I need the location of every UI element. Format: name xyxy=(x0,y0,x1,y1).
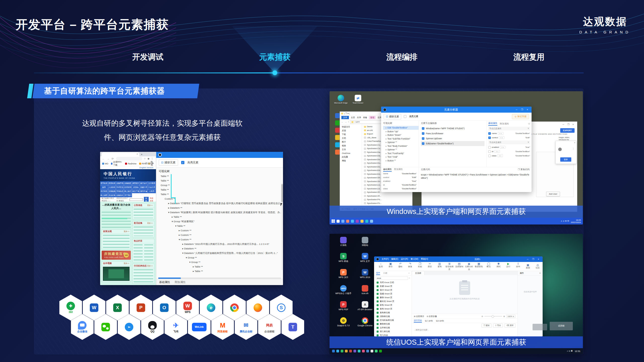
match-mode-select[interactable]: ≡ ∨ xyxy=(498,132,503,135)
sidebar-item[interactable]: 文档 xyxy=(340,136,362,140)
tab-basic-props[interactable]: 基础属性 xyxy=(488,122,497,126)
toolbar-button[interactable]: ◎社区 xyxy=(533,263,542,269)
tab-basic-props[interactable]: 基础属性 xyxy=(383,168,392,172)
tree-node[interactable]: ▾ Custom ** xyxy=(156,237,283,242)
tab-extra-props[interactable]: 附加属性 xyxy=(394,168,403,172)
more-link[interactable]: 更多>> xyxy=(124,262,129,265)
address-bar[interactable] xyxy=(116,157,142,160)
language-link[interactable]: English Version xyxy=(139,166,153,169)
file-row[interactable]: Syncfusion.Pri... xyxy=(362,202,412,205)
desktop-icon[interactable] xyxy=(335,142,340,147)
bookmark-item[interactable]: Redmine xyxy=(125,162,136,165)
taskbar-app-icon[interactable] xyxy=(332,350,335,352)
control-item[interactable]: 显示 Sheet 页 xyxy=(374,288,412,292)
match-mode-select[interactable]: ≡ ∨ xyxy=(499,136,504,139)
taskbar-clock[interactable]: 12:31 xyxy=(575,350,580,352)
log-action-button[interactable]: ⌫ 清空 xyxy=(504,324,515,328)
bank-nav-cell[interactable]: 反洗钱 xyxy=(132,185,140,189)
bookmark-item[interactable]: 达观RPA下载 xyxy=(111,161,123,167)
close-icon[interactable]: × xyxy=(574,142,575,144)
expand-arrow-icon[interactable]: ▸ xyxy=(386,152,387,155)
expand-arrow-icon[interactable]: ▸ xyxy=(386,148,387,151)
reading-list[interactable]: 阅读清单 xyxy=(145,162,154,165)
toolbar-button[interactable]: ✂剪切 xyxy=(425,262,434,271)
node-checkbox[interactable]: ✓ xyxy=(422,142,424,145)
taskbar-app-icon[interactable] xyxy=(370,220,373,223)
bank-nav-cell[interactable]: 征信管理 xyxy=(124,185,132,189)
window-controls[interactable]: ─ ❐ × xyxy=(562,123,575,126)
desktop-icon[interactable]: PWPS 演示 xyxy=(333,269,354,285)
tree-node[interactable]: ▸Button "Down" xyxy=(383,133,419,137)
taskbar-app-icon[interactable] xyxy=(375,350,378,352)
tab-close-icon[interactable]: × xyxy=(137,153,138,155)
control-item[interactable]: 关闭 Excel 文档 xyxy=(374,281,412,284)
tree-node[interactable]: Table ** xyxy=(156,192,283,197)
sidebar-item[interactable]: 下载 xyxy=(340,132,362,136)
bank-nav-cell[interactable]: 银行会计 xyxy=(140,181,148,185)
search-icon[interactable]: ⌕ xyxy=(409,277,410,279)
toolbar-button[interactable]: ✱调试 xyxy=(494,262,503,271)
desktop-icon[interactable]: WWPS 2019 xyxy=(354,269,376,285)
desktop-icon-edge[interactable]: Microsoft Edge xyxy=(334,95,348,104)
desktop-icon[interactable]: SWPS 表格 xyxy=(333,253,354,269)
bank-nav-cell[interactable]: 期刊年鉴 xyxy=(140,189,148,193)
desktop-icon[interactable]: Google Chrome xyxy=(354,317,376,333)
capture-element-button[interactable]: ⊡捕获元素 xyxy=(384,114,401,119)
tree-node[interactable]: ▸Text "SubTitle FontSize" xyxy=(383,137,419,141)
expand-all-button[interactable]: ⊞ 全部展开 xyxy=(414,315,424,318)
browser-tab[interactable]: × xyxy=(102,152,139,156)
tab-extra-props[interactable]: 附加属性 xyxy=(500,122,509,125)
bookmark-item[interactable]: MO xyxy=(102,162,108,165)
control-item[interactable]: 重命名 Sheet 页 xyxy=(374,299,412,303)
taskbar-app-icon[interactable] xyxy=(346,220,349,223)
toolbar-button[interactable]: ▣保存 xyxy=(386,262,395,271)
zoom-level[interactable]: 100% ∨ xyxy=(506,315,515,318)
expand-arrow-icon[interactable]: ▸ xyxy=(386,145,387,147)
toolbar-button[interactable]: ▶运行 xyxy=(504,262,513,271)
control-item[interactable]: 插入单元格 xyxy=(374,330,412,333)
desktop-icon-teamviewer[interactable]: ⇄TeamViewer xyxy=(351,95,365,104)
taskbar-app-icon[interactable] xyxy=(379,350,382,352)
bank-nav-cell[interactable]: 人员招录 xyxy=(108,185,116,189)
desktop-icon[interactable]: ⚙SoapUI 5.7.0 xyxy=(333,317,354,333)
menu-item[interactable]: 文件(F) xyxy=(382,258,389,261)
taskbar-app-icon[interactable] xyxy=(356,220,359,223)
log-tab[interactable]: 输出参数 xyxy=(436,320,444,322)
taskbar-app-icon[interactable] xyxy=(349,350,352,352)
sidebar-item[interactable]: 图片 xyxy=(340,140,362,144)
system-tray-icons[interactable]: ∧ ⊙ ✉ 中 xyxy=(561,220,569,222)
desktop-icon[interactable]: 计算机 xyxy=(333,237,354,253)
expand-arrow-icon[interactable]: ▸ xyxy=(386,141,387,144)
taskbar-app-icon[interactable] xyxy=(341,220,344,223)
menu-item[interactable]: 运行(R) xyxy=(401,258,408,261)
prop-checkbox[interactable] xyxy=(488,155,491,157)
bank-nav-cell[interactable]: 货币政策 xyxy=(100,181,108,185)
flow-tab[interactable]: 主流程 xyxy=(412,271,424,275)
tree-horizontal-scrollbar[interactable] xyxy=(158,278,281,279)
menu-item[interactable]: 帮助(H) xyxy=(421,258,428,261)
bank-nav-cell[interactable]: 市场动态 xyxy=(116,189,124,193)
more-link[interactable]: 更多>> xyxy=(147,265,153,267)
highlight-checkbox[interactable] xyxy=(404,115,407,118)
sidebar-item[interactable]: OneDrive xyxy=(340,151,362,155)
desktop-icon[interactable] xyxy=(335,150,340,155)
ribbon-tab-manage[interactable]: 管理 xyxy=(369,116,376,119)
login-button[interactable]: 登录 xyxy=(560,157,571,162)
start-button-icon[interactable] xyxy=(332,219,335,223)
tree-node[interactable]: ▾ DataItem "人民银行召开金融机构货币信贷形势... 中国人民银行公告… xyxy=(156,251,283,255)
prop-checkbox[interactable]: ✓ xyxy=(488,132,491,135)
bank-nav-cell[interactable]: 信贷政策 xyxy=(108,181,116,185)
zoom-out-icon[interactable]: ⊖ xyxy=(481,315,483,318)
expand-arrow-icon[interactable]: ▸ xyxy=(386,126,387,129)
copy-code-button[interactable]: ❐ 复制代码 xyxy=(518,168,530,171)
bank-nav-cell[interactable]: 音频视频 xyxy=(108,189,116,193)
control-item[interactable]: 隐藏 Sheet 页 xyxy=(374,292,412,296)
ribbon-tab[interactable]: 共享 xyxy=(357,116,361,119)
tab-controls[interactable]: 控件 xyxy=(376,272,380,275)
node-row[interactable]: ✓Pane.ScrollViewer xyxy=(421,131,485,136)
desktop-icon[interactable]: PWPS PDF xyxy=(333,301,354,317)
tree-node[interactable]: Group ** xyxy=(156,183,283,188)
tree-node[interactable]: ▸Spinner "" xyxy=(383,148,419,152)
bank-nav-cell[interactable]: 网上银行 xyxy=(124,189,132,193)
sidebar-item[interactable]: 桌面 xyxy=(340,129,362,132)
